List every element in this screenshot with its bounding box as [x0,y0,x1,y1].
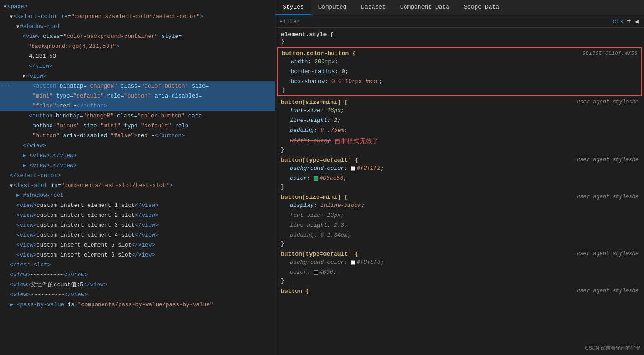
add-style-button[interactable]: + [625,17,633,25]
expand-arrow[interactable]: ▼ [10,183,13,188]
dom-line[interactable]: <view>custom instert element 1 slot</vie… [0,201,275,210]
css-prop: background-color: #f8f8f8; [281,257,639,267]
dom-line[interactable]: </test-slot> [0,260,275,270]
button-type-default-rule-2: button[type=default] { user agent styles… [275,249,644,286]
dom-line[interactable]: <button bindtap="changeR" class="color-b… [0,111,275,121]
button-size-mini-rule-2: button[size=mini] { user agent styleshe … [275,192,644,249]
color-button-rule: button.color-button { select-color.wxss … [277,47,642,96]
css-prop: box-shadow: 0 0 10rpx #ccc; [282,77,638,87]
tab-computed[interactable]: Computed [311,0,354,15]
toggle-button[interactable]: ◀ [633,18,640,25]
tab-dataset[interactable]: Dataset [354,0,393,15]
tab-component-data[interactable]: Component Data [393,0,457,15]
css-prop: background-color: #f2f2f2; [281,163,639,173]
rule-close: } [281,38,639,45]
color-swatch [314,270,318,275]
dom-line[interactable]: ▶ #shadow-root [0,191,275,201]
tab-styles[interactable]: Styles [275,0,311,15]
dom-line[interactable]: <view>custom instert element 2 slot</vie… [0,210,275,220]
element-style-rule: element.style { } [275,29,644,47]
expand-arrow[interactable]: ▼ [4,5,6,9]
dom-line[interactable]: "button" aria-disabled="false">red -</bu… [0,131,275,141]
dom-line[interactable]: ▼#shadow-root [0,22,275,32]
button-rule: button { user agent styleshe [275,286,644,296]
css-prop: color: #06ae56; [281,173,639,183]
dom-line[interactable]: "background:rgb(4,231,53)"> [0,42,275,51]
filter-label: Filter [279,18,300,25]
dom-line[interactable]: <view>~~~~~~~~~~</view> [0,290,275,300]
dom-line[interactable]: <view>custom insert element 5 slot</view… [0,240,275,250]
dom-line[interactable]: <view>custom instert element 3 slot</vie… [0,220,275,230]
dom-line[interactable]: <view>~~~~~~~~~~</view> [0,270,275,280]
dom-line[interactable]: ▼<select-color is="components/select-col… [0,12,275,22]
dom-line[interactable]: </select-color> [0,171,275,181]
button-size-mini-rule-1: button[size=mini] { user agent styleshe … [275,97,644,155]
dom-line[interactable]: ▼<test-slot is="components/test-slot/tes… [0,181,275,191]
rule-source: user agent styleshe [577,251,639,257]
color-swatch [351,260,355,265]
dom-tree-panel: ▼<page> ▼<select-color is="components/se… [0,0,275,355]
styles-content: element.style { } button.color-button { … [275,28,644,355]
dom-line-selected[interactable]: ··· <button bindtap="changeR" class="col… [0,81,275,91]
rule-selector-text: button[type=default] { [281,157,359,163]
css-prop: width: 200rpx; [282,57,638,67]
css-prop: line-height: 2; [281,116,639,126]
watermark: CSDN @向着光芒的平安 [585,345,640,351]
css-prop: padding: 0 .75em; [281,126,639,135]
dom-line[interactable]: <view class="color-background-container"… [0,32,275,42]
rule-selector-text: button.color-button { [282,50,356,57]
annotation-text: 自带样式无效了 [334,136,378,146]
dom-line[interactable]: </view> [0,141,275,151]
rule-source: user agent styleshe [577,157,639,163]
expand-arrow[interactable]: ▼ [16,24,19,29]
button-type-default-rule-1: button[type=default] { user agent styles… [275,155,644,192]
dom-line[interactable]: method="minus" size="mini" type="default… [0,121,275,131]
dom-line-selected[interactable]: "mini" type="default" role="button" aria… [0,91,275,101]
rule-source: user agent styleshe [577,288,639,294]
css-prop-strikethrough: width: auto; 自带样式无效了 [281,135,639,146]
css-prop: line-height: 2.3; [281,220,639,230]
dom-line[interactable]: ▶ <view>…</view> [0,151,275,161]
dom-line-selected[interactable]: "false">red +</button> [0,101,275,111]
rule-source: user agent styleshe [577,99,639,106]
css-prop: font-size: 13px; [281,210,639,220]
rule-selector: element.style { [281,31,639,38]
tabs-bar: Styles Computed Dataset Component Data S… [275,0,644,15]
rule-source: select-color.wxss [583,50,638,57]
css-prop: padding: 0 1.34em; [281,230,639,240]
dom-line[interactable]: <view>父组件的count值:5</view> [0,280,275,290]
filter-bar: Filter .cls + ◀ [275,15,644,28]
expand-arrow[interactable]: ▼ [23,74,25,79]
dom-line[interactable]: <view>custom instert element 4 slot</vie… [0,230,275,240]
rule-selector-text: button[size=mini] { [281,99,348,106]
styles-panel: Styles Computed Dataset Component Data S… [275,0,644,355]
rule-source: user agent styleshe [577,194,639,201]
dom-line[interactable]: ▼<view> [0,71,275,81]
rule-selector-text: button[type=default] { [281,251,359,257]
dom-line[interactable]: <view>custom insert element 6 slot</view… [0,250,275,260]
tab-scope-data[interactable]: Scope Data [457,0,506,15]
expand-arrow[interactable]: ▼ [10,14,13,19]
rule-selector-text: button[size=mini] { [281,194,348,201]
css-prop: display: inline-block; [281,201,639,210]
dom-line[interactable]: ▼<page> [0,2,275,12]
dom-line[interactable]: </view> [0,61,275,71]
dom-line[interactable]: ▶ <pass-by-value is="components/pass-by-… [0,300,275,310]
css-prop: color: #000; [281,267,639,277]
color-swatch [314,176,318,181]
color-swatch [351,166,355,171]
rule-selector-text: button { [281,288,309,294]
css-prop: border-radius: 0; [282,67,638,77]
dom-line[interactable]: ▶ <view>…</view> [0,161,275,171]
css-prop: font-size: 16px; [281,106,639,116]
cls-button[interactable]: .cls [607,18,625,25]
filter-input[interactable] [300,18,607,25]
dom-line[interactable]: 4,231,53 [0,51,275,61]
